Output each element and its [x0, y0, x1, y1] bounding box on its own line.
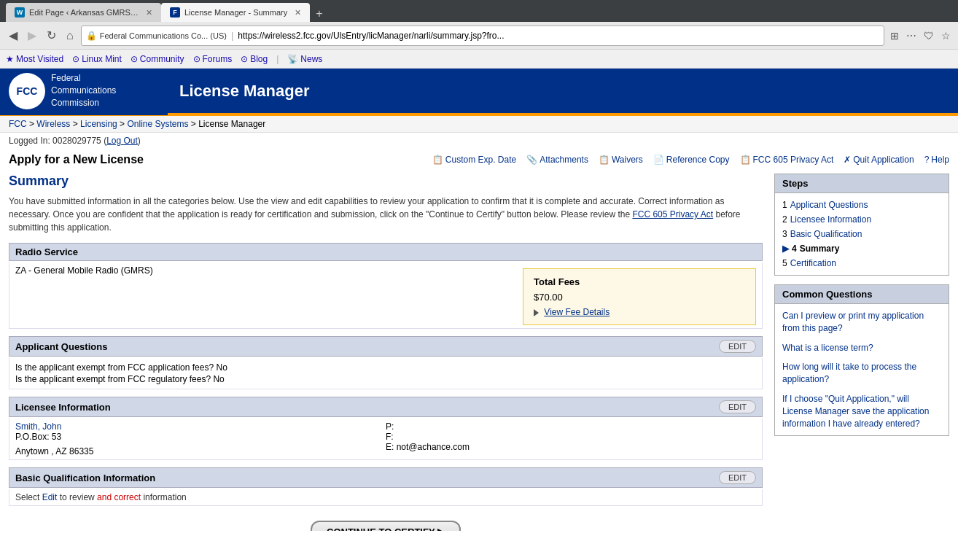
fcc-content: Apply for a New License 📋 Custom Exp. Da… — [0, 149, 958, 531]
cq-link-2[interactable]: What is a license term? — [782, 342, 941, 354]
applicant-questions-label: Applicant Questions — [15, 341, 107, 352]
cq-link-3[interactable]: How long will it take to process the app… — [782, 361, 941, 386]
continue-to-certify-button[interactable]: CONTINUE TO CERTIFY ▶ — [311, 521, 461, 531]
bookmark-community[interactable]: ⊙ Community — [131, 54, 184, 64]
waivers-icon: 📋 — [599, 155, 610, 165]
tab2-close[interactable]: ✕ — [295, 8, 301, 18]
applicant-questions-header: Applicant Questions EDIT — [9, 336, 763, 357]
bookmark-linux-mint[interactable]: ⊙ Linux Mint — [72, 54, 122, 64]
basic-qual-edit-button[interactable]: EDIT — [719, 471, 756, 484]
bookmark-news[interactable]: 📡 News — [287, 54, 322, 64]
cq-link-4[interactable]: If I choose "Quit Application," will Lic… — [782, 393, 941, 429]
applicant-q1: Is the applicant exempt from FCC applica… — [15, 362, 756, 373]
licensee-info-header: Licensee Information EDIT — [9, 397, 763, 417]
fcc605-icon: 📋 — [740, 155, 751, 165]
new-tab-button[interactable]: + — [310, 6, 328, 22]
attachments-link[interactable]: 📎 Attachments — [526, 155, 588, 165]
fee-arrow-icon — [534, 309, 539, 316]
back-button[interactable]: ◀ — [6, 27, 20, 44]
fcc-logo-circle: FCC — [9, 73, 45, 109]
waivers-link[interactable]: 📋 Waivers — [599, 155, 643, 165]
help-icon: ? — [924, 155, 930, 165]
bookmarks-icon[interactable]: ⊞ — [889, 28, 900, 43]
address-bar-container: 🔒 Federal Communications Co... (US) | — [81, 26, 884, 46]
help-link[interactable]: ? Help — [924, 155, 949, 165]
fcc-org-line2: Communications — [51, 85, 116, 97]
attachments-label: Attachments — [540, 155, 588, 165]
browser-titlebar: W Edit Page ‹ Arkansas GMRS S... ✕ F Lic… — [0, 0, 958, 22]
home-button[interactable]: ⌂ — [63, 28, 77, 44]
browser-tab-1[interactable]: W Edit Page ‹ Arkansas GMRS S... ✕ — [6, 3, 161, 22]
common-questions-title: Common Questions — [775, 285, 949, 304]
applicant-questions-edit-button[interactable]: EDIT — [719, 340, 756, 353]
reference-copy-icon: 📄 — [653, 155, 664, 165]
step-3-link[interactable]: Basic Qualification — [790, 229, 862, 239]
licensee-f: F: — [386, 432, 756, 442]
most-visited-label: Most Visited — [16, 54, 63, 64]
fcc-org-line1: Federal — [51, 72, 116, 85]
tab1-close[interactable]: ✕ — [146, 8, 152, 18]
step-4-label: Summary — [800, 244, 840, 254]
security-label: Federal Communications Co... (US) — [100, 31, 227, 40]
breadcrumb-wireless[interactable]: Wireless — [36, 119, 70, 129]
bookmark-blog[interactable]: ⊙ Blog — [241, 54, 268, 64]
custom-exp-link[interactable]: 📋 Custom Exp. Date — [432, 155, 516, 165]
step-item-4: ▶ 4 Summary — [775, 241, 949, 256]
shield-icon[interactable]: 🛡 — [922, 28, 935, 43]
continue-area: CONTINUE TO CERTIFY ▶ — [9, 521, 763, 531]
step-item-3: 3 Basic Qualification — [775, 227, 949, 241]
fcc605-link[interactable]: 📋 FCC 605 Privacy Act — [740, 155, 834, 165]
and-correct: and correct — [97, 492, 141, 502]
licensee-col-right: P: F: E: not@achance.com — [386, 421, 756, 456]
forums-label: Forums — [203, 54, 233, 64]
steps-title: Steps — [775, 174, 949, 193]
step-2-link[interactable]: Licensee Information — [790, 214, 871, 225]
logout-link[interactable]: Log Out — [106, 136, 138, 146]
custom-exp-icon: 📋 — [432, 155, 443, 165]
fcc605-privacy-link[interactable]: FCC 605 Privacy Act — [632, 209, 713, 219]
main-content: Summary You have submitted information i… — [9, 174, 763, 531]
news-label: News — [300, 54, 322, 64]
logged-in-bar: Logged In: 0028029775 (Log Out) — [0, 133, 958, 149]
logged-in-label: Logged In: 0028029775 ( — [9, 136, 106, 146]
step-3-num: 3 — [782, 229, 787, 239]
news-icon: 📡 — [287, 54, 298, 64]
cq-link-1[interactable]: Can I preview or print my application fr… — [782, 310, 941, 335]
forward-button[interactable]: ▶ — [25, 27, 39, 44]
breadcrumb-online-systems[interactable]: Online Systems — [127, 119, 188, 129]
step-1-link[interactable]: Applicant Questions — [790, 200, 868, 210]
fcc-logo-text-inner: FCC — [17, 85, 38, 97]
breadcrumb-licensing[interactable]: Licensing — [80, 119, 117, 129]
address-input[interactable] — [238, 31, 879, 41]
fee-details-link[interactable]: View Fee Details — [544, 307, 610, 317]
applicant-questions-body: Is the applicant exempt from FCC applica… — [9, 358, 763, 389]
step-1-num: 1 — [782, 200, 787, 210]
steps-list: 1 Applicant Questions 2 Licensee Informa… — [775, 193, 949, 275]
bookmark-most-visited[interactable]: ★ Most Visited — [6, 54, 63, 64]
browser-tab-2[interactable]: F License Manager - Summary ✕ — [161, 3, 310, 22]
licensee-info-edit-button[interactable]: EDIT — [719, 400, 756, 413]
step-5-link[interactable]: Certification — [790, 258, 836, 268]
step-2-num: 2 — [782, 214, 787, 225]
licensee-p: P: — [386, 421, 756, 432]
licensee-grid: Smith, John P.O.Box: 53 Anytown , AZ 863… — [15, 421, 756, 456]
bookmark-forums[interactable]: ⊙ Forums — [193, 54, 233, 64]
fee-box-title: Total Fees — [534, 276, 745, 287]
reference-copy-link[interactable]: 📄 Reference Copy — [653, 155, 730, 165]
apply-toolbar: Apply for a New License 📋 Custom Exp. Da… — [9, 153, 949, 166]
radio-service-value: ZA - General Mobile Radio (GMRS) — [15, 265, 153, 276]
reload-button[interactable]: ↻ — [44, 27, 59, 44]
radio-service-header: Radio Service — [9, 243, 763, 261]
licensee-info-section: Licensee Information EDIT Smith, John P.… — [9, 397, 763, 460]
licensee-col-left: Smith, John P.O.Box: 53 Anytown , AZ 863… — [15, 421, 386, 456]
tab2-label: License Manager - Summary — [184, 8, 287, 17]
menu-icon[interactable]: ⋯ — [905, 28, 918, 43]
breadcrumb-fcc[interactable]: FCC — [9, 119, 27, 129]
logout-suffix: ) — [138, 136, 141, 146]
basic-qual-header: Basic Qualification Information EDIT — [9, 467, 763, 488]
bookmark-sep-1: | — [276, 54, 279, 64]
tab2-favicon: F — [170, 7, 180, 18]
applicant-q2: Is the applicant exempt from FCC regulat… — [15, 374, 756, 384]
star-icon[interactable]: ☆ — [940, 28, 952, 43]
quit-application-link[interactable]: ✗ Quit Application — [844, 155, 914, 165]
